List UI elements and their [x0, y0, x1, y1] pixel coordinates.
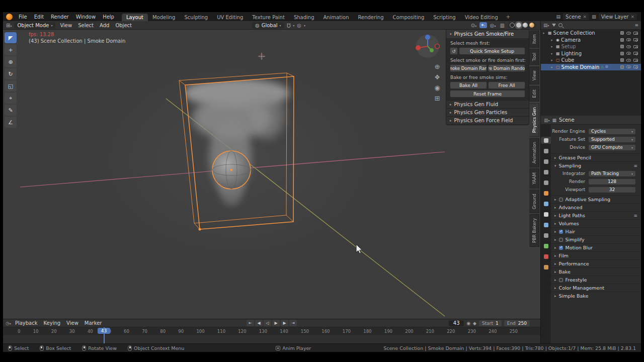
feature-set-dropdown[interactable]: Supported▾ [588, 136, 636, 143]
scene-selector[interactable]: Scene × [563, 13, 589, 20]
navigation-gizmo[interactable] [416, 34, 440, 58]
world-properties-tab[interactable] [541, 179, 551, 186]
samples-render-field[interactable]: 128 [588, 178, 636, 185]
hide-eye-icon[interactable] [626, 65, 631, 68]
outliner-item[interactable]: ▾ ▢ Smoke Domain △ ⚙ [541, 64, 641, 71]
disclosure-triangle[interactable]: ▾ [551, 38, 554, 42]
properties-editor-icon[interactable]: ▥▾ [544, 118, 550, 123]
exclude-checkbox[interactable] [620, 31, 624, 35]
sampling-panel[interactable]: ▾Sampling ≡ [551, 161, 641, 169]
proportional-options-caret[interactable]: ▾ [304, 24, 305, 27]
outliner-editor-icon[interactable]: ▤▾ [543, 23, 549, 28]
remove-view-layer-icon[interactable]: × [630, 14, 634, 19]
sidebar-tab[interactable]: Ground [529, 190, 539, 213]
orientation-dropdown[interactable]: ◍ Global▾ [252, 22, 284, 29]
viewport-menu[interactable]: Object [112, 23, 135, 28]
topbar-menu[interactable]: Render [47, 14, 72, 20]
collapsed-panel-header[interactable]: ▸Physics Gen Particles [446, 108, 529, 116]
physics-properties-tab[interactable] [541, 221, 551, 228]
outliner-item[interactable]: ▾ ▦ Scene Collection △ ⚙ [541, 30, 641, 37]
snap-options-caret[interactable]: ▾ [293, 24, 294, 27]
annotate-tool[interactable]: ✎ [5, 105, 17, 116]
cursor-tool[interactable]: + [5, 44, 17, 55]
viewport-menu[interactable]: View [57, 23, 75, 28]
properties-panel-header[interactable]: ▸ Color Management ≡ [551, 284, 641, 292]
timeline-track[interactable] [3, 335, 540, 343]
panel-checkbox[interactable] [559, 230, 563, 234]
timeline-menu[interactable]: Playback [12, 320, 41, 326]
transform-tool[interactable]: ⌖ [5, 93, 17, 104]
properties-panel-header[interactable]: ▸ Freestyle ≡ [551, 276, 641, 284]
outliner-item[interactable]: ▾ ▦ Lighting △ ⚙ [541, 50, 641, 57]
panel-menu-icon[interactable]: ≡ [633, 163, 637, 168]
start-frame-field[interactable]: Start 1 [479, 320, 502, 326]
workspace-tab[interactable]: Scripting [429, 14, 460, 21]
properties-panel-header[interactable]: ▸ Performance ≡ [551, 259, 641, 267]
rotate-tool[interactable]: ↻ [5, 68, 17, 79]
pan-hand-button[interactable]: ❖ [432, 71, 443, 82]
overlays-toggle-icon[interactable]: ◎▾ [489, 23, 497, 28]
scene-properties-tab[interactable] [541, 168, 551, 175]
timeline-menu[interactable]: View [63, 320, 82, 326]
render-engine-dropdown[interactable]: Cycles▾ [588, 128, 636, 135]
properties-panel-header[interactable]: ▸ Adaptive Sampling ≡ [551, 195, 641, 203]
workspace-tab[interactable]: UV Editing [212, 14, 248, 21]
panel-menu-icon[interactable]: ≡ [633, 213, 637, 218]
workspace-tab[interactable]: Compositing [388, 14, 429, 21]
disclosure-triangle[interactable]: ▾ [551, 45, 554, 48]
rendered-shading-icon[interactable] [529, 23, 534, 28]
hide-eye-icon[interactable] [626, 59, 631, 62]
filter-icon[interactable] [552, 24, 556, 27]
workspace-tab[interactable]: Texture Paint [248, 14, 289, 21]
camera-view-button[interactable]: ◉ [432, 82, 443, 93]
unlink-scene-icon[interactable]: × [583, 14, 587, 19]
topbar-menu[interactable]: Window [72, 14, 99, 20]
sidebar-tab[interactable]: Item [529, 30, 539, 48]
object-visibility-icon[interactable]: ⊙▾ [470, 23, 477, 28]
outliner-options-icon[interactable]: ≡ [634, 23, 638, 28]
particles-properties-tab[interactable] [541, 211, 551, 218]
disclosure-triangle[interactable]: ▾ [551, 65, 554, 69]
workspace-tab[interactable]: Modeling [148, 14, 180, 21]
preset-icon-button[interactable]: ↺ [450, 47, 458, 55]
playhead-frame-tag[interactable]: 43 [98, 328, 110, 334]
texture-properties-tab[interactable] [541, 263, 551, 270]
reset-frame-button[interactable]: Reset Frame [450, 90, 525, 98]
next-keyframe-button[interactable]: ▶ [281, 320, 288, 326]
blender-logo-icon[interactable] [6, 14, 13, 20]
timeline-menu[interactable]: Marker [82, 320, 105, 326]
smoke-domain-random-button[interactable]: Smoke Domain Ran... [450, 64, 487, 72]
viewport-3d[interactable]: fps: 13.28 (43) Scene Collection | Smoke… [3, 30, 540, 319]
timeline-ruler[interactable]: 0102030405060708090100110120130140150160… [3, 327, 540, 335]
workspace-tab[interactable]: Video Editing [460, 14, 503, 21]
scale-tool[interactable]: ◱ [5, 80, 17, 92]
constraints-properties-tab[interactable] [541, 232, 551, 239]
hide-eye-icon[interactable] [626, 52, 631, 55]
hide-eye-icon[interactable] [626, 38, 631, 41]
sidebar-tab[interactable]: View [529, 66, 539, 84]
exclude-checkbox[interactable] [620, 58, 624, 62]
disclosure-triangle[interactable]: ▾ [551, 58, 554, 62]
gizmo-toggle-icon[interactable]: ⌖▾ [479, 22, 487, 28]
workspace-tab[interactable]: Animation [319, 14, 354, 21]
workspace-tab[interactable]: Shading [289, 14, 319, 21]
keying-set-icon[interactable]: ◆ [473, 321, 476, 326]
search-icon[interactable] [558, 23, 562, 27]
integrator-dropdown[interactable]: Path Tracing▾ [588, 170, 636, 177]
material-shading-icon[interactable] [523, 23, 528, 28]
workspace-tab[interactable]: Sculpting [180, 14, 212, 21]
properties-panel-header[interactable]: ▸ Bake ≡ [551, 267, 641, 276]
samples-viewport-field[interactable]: 32 [588, 187, 636, 193]
properties-panel-header[interactable]: ▸ Film ≡ [551, 251, 641, 259]
device-dropdown[interactable]: GPU Compute▾ [588, 144, 636, 151]
jump-to-start-button[interactable]: ⇤ [247, 320, 254, 326]
bake-all-button[interactable]: Bake All [450, 81, 487, 89]
add-workspace-button[interactable]: + [503, 13, 514, 21]
disable-render-icon[interactable] [633, 45, 638, 48]
hide-eye-icon[interactable] [626, 32, 631, 35]
move-tool[interactable]: ⊕ [5, 56, 17, 67]
disable-render-icon[interactable] [633, 52, 638, 55]
topbar-menu[interactable]: Edit [31, 14, 47, 20]
workspace-tab[interactable]: Layout [122, 14, 148, 21]
disclosure-triangle[interactable]: ▾ [543, 31, 546, 35]
